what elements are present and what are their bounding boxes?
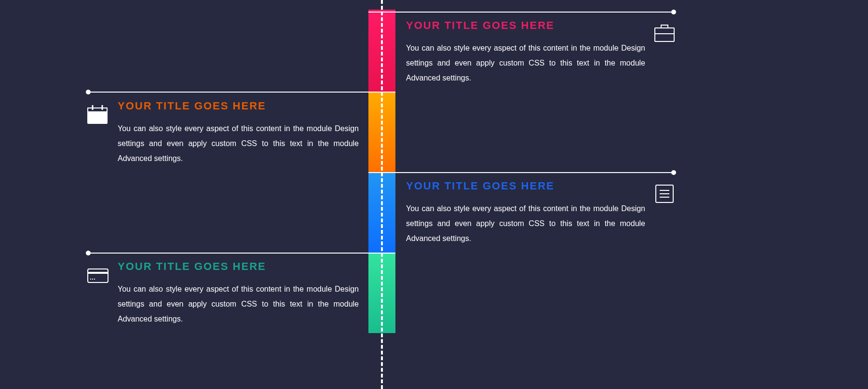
timeline-item-desc: You can also style every aspect of this … (406, 40, 645, 86)
timeline-item-2: YOUR TITLE GOES HERE You can also style … (87, 100, 395, 166)
connector-dot (671, 170, 676, 175)
timeline-item-desc: You can also style every aspect of this … (118, 282, 359, 327)
calendar-icon (87, 104, 108, 126)
timeline-connector-3 (368, 172, 674, 173)
timeline-item-desc: You can also style every aspect of this … (118, 121, 359, 166)
timeline: YOUR TITLE GOES HERE You can also style … (0, 0, 868, 389)
timeline-connector-2 (88, 92, 395, 93)
timeline-item-title: YOUR TITLE GOES HERE (406, 180, 638, 192)
timeline-item-3: YOUR TITLE GOES HERE You can also style … (368, 180, 667, 246)
menu-icon (655, 184, 674, 205)
connector-dot (671, 10, 676, 14)
briefcase-icon (654, 23, 675, 44)
timeline-item-title: YOUR TITLE GOES HERE (118, 260, 395, 273)
timeline-item-title: YOUR TITLE GOES HERE (406, 19, 638, 32)
connector-dot (86, 251, 91, 255)
card-icon (87, 268, 109, 285)
timeline-item-1: YOUR TITLE GOES HERE You can also style … (368, 19, 667, 86)
timeline-item-desc: You can also style every aspect of this … (406, 201, 645, 246)
timeline-item-title: YOUR TITLE GOES HERE (118, 100, 395, 112)
svg-rect-0 (655, 28, 674, 41)
svg-rect-10 (88, 269, 108, 282)
timeline-connector-4 (88, 253, 395, 254)
timeline-item-4: YOUR TITLE GOES HERE You can also style … (87, 260, 395, 327)
connector-dot (86, 90, 91, 94)
svg-rect-3 (88, 108, 107, 112)
timeline-connector-1 (368, 12, 674, 13)
